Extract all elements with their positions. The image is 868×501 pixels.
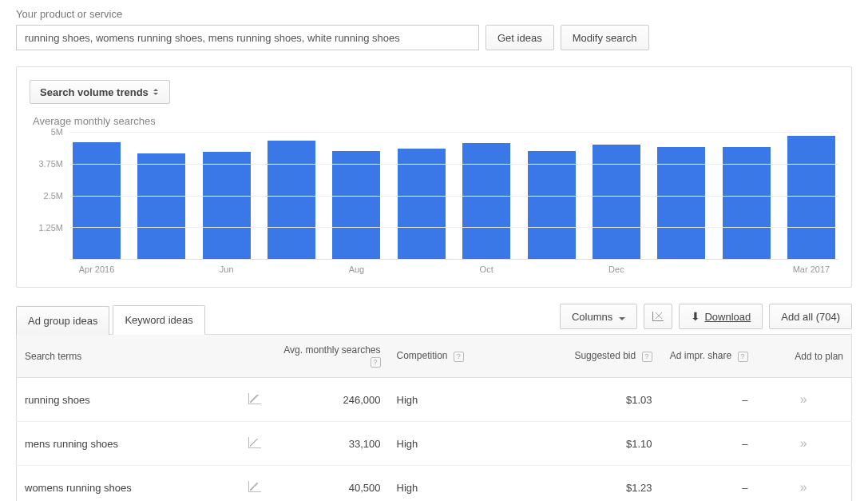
th-avg-searches-label: Avg. monthly searches <box>283 344 380 356</box>
x-tick: Apr 2016 <box>73 264 121 274</box>
product-label: Your product or service <box>16 8 852 20</box>
add-all-button[interactable]: Add all (704) <box>769 304 852 329</box>
cell-competition: High <box>389 466 533 502</box>
cell-competition: High <box>389 422 533 466</box>
help-icon[interactable]: ? <box>371 357 381 368</box>
tab-keyword-ideas[interactable]: Keyword ideas <box>113 305 204 335</box>
th-add-to-plan: Add to plan <box>756 335 852 378</box>
th-competition-label: Competition <box>397 350 448 361</box>
table-row: mens running shoes33,100High$1.10–» <box>17 422 852 466</box>
chart-bar[interactable] <box>787 136 835 259</box>
x-tick: Aug <box>332 264 380 274</box>
mini-chart-icon[interactable] <box>248 393 261 404</box>
cell-searches: 40,500 <box>269 466 389 502</box>
x-tick <box>137 264 185 274</box>
y-tick: 2.5M <box>44 191 63 201</box>
x-tick: Oct <box>462 264 510 274</box>
chevron-down-icon <box>619 317 625 320</box>
chart-bar[interactable] <box>332 151 380 259</box>
y-axis: 5M3.75M2.5M1.25M <box>30 132 69 260</box>
cell-mini-chart <box>240 422 269 466</box>
cell-competition: High <box>389 378 533 422</box>
th-suggested-bid[interactable]: Suggested bid ? <box>533 335 660 378</box>
chart-bar[interactable] <box>268 141 315 259</box>
columns-label: Columns <box>572 311 612 323</box>
cell-mini-chart <box>240 466 269 502</box>
chart-mode-dropdown[interactable]: Search volume trends <box>30 80 170 104</box>
chart-plot <box>69 132 838 260</box>
chart-panel: Search volume trends Average monthly sea… <box>16 66 852 288</box>
chart-area: 5M3.75M2.5M1.25M <box>30 132 838 260</box>
cell-add: » <box>756 422 852 466</box>
table-row: womens running shoes40,500High$1.23–» <box>17 466 852 502</box>
table-row: running shoes246,000High$1.03–» <box>17 378 852 422</box>
chevron-right-icon[interactable]: » <box>800 392 807 406</box>
th-search-terms[interactable]: Search terms <box>17 335 240 378</box>
y-tick: 3.75M <box>38 159 63 169</box>
cell-bid: $1.10 <box>533 422 660 466</box>
download-button[interactable]: Download <box>679 304 763 329</box>
th-impr-label: Ad impr. share <box>670 350 731 361</box>
x-axis: Apr 2016JunAugOctDecMar 2017 <box>69 264 838 274</box>
cell-add: » <box>756 378 852 422</box>
th-impr-share[interactable]: Ad impr. share ? <box>660 335 756 378</box>
chevron-right-icon[interactable]: » <box>800 480 807 494</box>
keyword-ideas-table: Search terms Avg. monthly searches ? Com… <box>16 334 852 501</box>
help-icon[interactable]: ? <box>642 352 652 362</box>
search-row: Get ideas Modify search <box>16 25 852 50</box>
chart-mode-label: Search volume trends <box>40 86 149 98</box>
chart-bar[interactable] <box>462 143 510 259</box>
cell-add: » <box>756 466 852 502</box>
help-icon[interactable]: ? <box>454 352 464 362</box>
x-tick: Dec <box>593 264 640 274</box>
chart-bar[interactable] <box>137 153 185 259</box>
cell-impr: – <box>660 422 756 466</box>
x-tick <box>723 264 771 274</box>
y-tick: 1.25M <box>38 223 63 233</box>
cell-impr: – <box>660 378 756 422</box>
chart-bar[interactable] <box>203 152 251 259</box>
chart-bar[interactable] <box>398 149 446 259</box>
chart-bar[interactable] <box>73 142 121 259</box>
cell-impr: – <box>660 466 756 502</box>
chart-bar[interactable] <box>593 145 640 259</box>
help-icon[interactable]: ? <box>738 352 748 362</box>
sort-icon <box>153 89 160 95</box>
mini-chart-icon[interactable] <box>248 437 261 448</box>
y-tick: 5M <box>51 127 63 137</box>
th-competition[interactable]: Competition ? <box>389 335 533 378</box>
cell-searches: 246,000 <box>269 378 389 422</box>
cell-term: mens running shoes <box>17 422 240 466</box>
chart-icon <box>652 312 664 321</box>
cell-mini-chart <box>240 378 269 422</box>
th-avg-searches[interactable]: Avg. monthly searches ? <box>269 335 389 378</box>
tabs: Ad group ideas Keyword ideas <box>16 304 208 334</box>
download-icon <box>691 311 702 323</box>
get-ideas-button[interactable]: Get ideas <box>486 25 554 50</box>
chart-view-button[interactable] <box>644 304 672 329</box>
download-label: Download <box>704 311 751 323</box>
x-tick <box>398 264 446 274</box>
chevron-right-icon[interactable]: » <box>800 436 807 450</box>
x-tick <box>268 264 315 274</box>
cell-term: running shoes <box>17 378 240 422</box>
toolbar-right: Columns Download Add all (704) <box>560 304 852 334</box>
cell-bid: $1.23 <box>533 466 660 502</box>
product-input[interactable] <box>16 25 479 50</box>
chart-subtitle: Average monthly searches <box>33 115 838 127</box>
th-chart <box>240 335 269 378</box>
x-tick: Jun <box>203 264 251 274</box>
mini-chart-icon[interactable] <box>248 481 261 492</box>
x-tick <box>657 264 705 274</box>
x-tick <box>528 264 576 274</box>
columns-dropdown[interactable]: Columns <box>560 304 637 329</box>
cell-searches: 33,100 <box>269 422 389 466</box>
modify-search-button[interactable]: Modify search <box>561 25 649 50</box>
chart-bar[interactable] <box>528 151 576 259</box>
cell-bid: $1.03 <box>533 378 660 422</box>
th-bid-label: Suggested bid <box>574 350 636 361</box>
tab-ad-group-ideas[interactable]: Ad group ideas <box>16 306 109 335</box>
cell-term: womens running shoes <box>17 466 240 502</box>
x-tick: Mar 2017 <box>787 264 835 274</box>
toolbar-row: Ad group ideas Keyword ideas Columns Dow… <box>16 304 852 334</box>
